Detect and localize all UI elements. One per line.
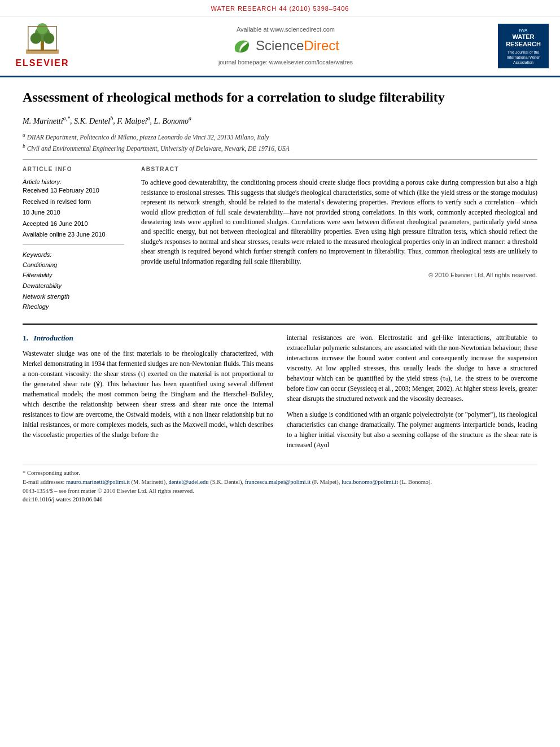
revised-date: 10 June 2010 — [23, 208, 124, 217]
author-dentel: S.K. Dentel — [74, 116, 110, 125]
abstract-section: ABSTRACT To achieve good dewaterability,… — [141, 165, 537, 312]
journal-header-bar: WATER RESEARCH 44 (2010) 5398–5406 — [0, 0, 560, 16]
keyword-conditioning: Conditioning — [23, 260, 124, 270]
doi-line: doi:10.1016/j.watres.2010.06.046 — [23, 495, 537, 504]
body-left-column: 1. Introduction Wastewater sludge was on… — [23, 333, 273, 456]
elsevier-tree-icon — [20, 22, 65, 56]
footnote-area: * Corresponding author. E-mail addresses… — [23, 465, 537, 504]
authors-line: M. Marinettia,*, S.K. Dentelb, F. Malpei… — [23, 115, 537, 126]
svg-point-4 — [43, 33, 54, 44]
introduction-heading: 1. Introduction — [23, 333, 273, 344]
body-columns: 1. Introduction Wastewater sludge was on… — [23, 333, 537, 456]
keyword-network-strength: Network strength — [23, 291, 124, 302]
article-title: Assessment of rheological methods for a … — [23, 89, 537, 106]
abstract-text: To achieve good dewaterability, the cond… — [141, 178, 537, 267]
article-info-column: ARTICLE INFO Article history: Received 1… — [23, 165, 124, 312]
accepted-date: Accepted 16 June 2010 — [23, 220, 124, 228]
keywords-label: Keywords: — [23, 251, 124, 259]
available-text: Available at www.sciencedirect.com — [79, 25, 492, 34]
sciencedirect-leaf-icon — [232, 38, 252, 54]
author-bonomo: L. Bonomo — [154, 116, 189, 125]
svg-point-5 — [37, 23, 47, 34]
corresponding-author-note: * Corresponding author. — [23, 469, 537, 478]
journal-citation: WATER RESEARCH 44 (2010) 5398–5406 — [211, 5, 349, 12]
intro-para-1: Wastewater sludge was one of the first m… — [23, 348, 273, 440]
article-info-abstract: ARTICLE INFO Article history: Received 1… — [23, 165, 537, 312]
keyword-dewaterability: Dewaterability — [23, 281, 124, 291]
email-malpei[interactable]: francesca.malpei@polimi.it — [245, 479, 310, 485]
iwa-label: IWA — [500, 27, 546, 33]
email-marinetti[interactable]: mauro.marinetti@polimi.it — [66, 479, 130, 485]
email-bonomo[interactable]: luca.bonomo@polimi.it — [342, 479, 398, 485]
sciencedirect-logo: ScienceDirect — [79, 36, 492, 55]
keywords-section: Keywords: Conditioning Filterability Dew… — [23, 251, 124, 312]
name3: (F. Malpei), — [312, 479, 340, 485]
divider-1 — [23, 159, 537, 160]
abstract-title: ABSTRACT — [141, 165, 537, 174]
issn-line: 0043-1354/$ – see front matter © 2010 El… — [23, 487, 537, 496]
affiliation-b: Civil and Environmental Engineering Depa… — [27, 145, 290, 152]
author-malpei: F. Malpei — [117, 116, 147, 125]
copyright-line: © 2010 Elsevier Ltd. All rights reserved… — [141, 271, 537, 280]
body-right-column: internal resistances are won. Electrosta… — [287, 333, 537, 456]
section-number: 1. — [23, 334, 28, 342]
journal-url: journal homepage: www.elsevier.com/locat… — [79, 58, 492, 67]
elsevier-logo: ELSEVIER — [11, 22, 73, 69]
received-date-1: Received 13 February 2010 — [23, 186, 124, 195]
affiliations: a DIIAR Department, Politecnico di Milan… — [23, 131, 537, 154]
name2: (S.K. Dentel), — [210, 479, 243, 485]
elsevier-brand-text: ELSEVIER — [15, 57, 69, 69]
name4: (L. Bonomo). — [400, 479, 432, 485]
main-content: Assessment of rheological methods for a … — [0, 77, 560, 516]
wr-subtitle: The Journal of the International Water A… — [500, 50, 546, 65]
email-addresses-line: E-mail addresses: mauro.marinetti@polimi… — [23, 478, 537, 487]
received-revised-label: Received in revised form — [23, 198, 124, 206]
keyword-filterability: Filterability — [23, 270, 124, 281]
intro-para-3: When a sludge is conditioned with an org… — [287, 409, 537, 450]
wr-title: WATERRESEARCH — [500, 33, 546, 48]
available-online-date: Available online 23 June 2010 — [23, 230, 124, 239]
article-info-title: ARTICLE INFO — [23, 165, 124, 173]
divider-keywords — [23, 244, 124, 245]
svg-point-3 — [30, 33, 41, 44]
corresponding-label: * Corresponding author. — [23, 470, 80, 476]
affiliation-a: DIIAR Department, Politecnico di Milano,… — [27, 134, 269, 141]
email-dentel[interactable]: dentel@udel.edu — [168, 479, 208, 485]
sciencedirect-text: ScienceDirect — [256, 36, 339, 55]
journal-masthead: ELSEVIER Available at www.sciencedirect.… — [0, 16, 560, 77]
section-title-introduction: Introduction — [34, 334, 74, 342]
keyword-rheology: Rheology — [23, 302, 124, 312]
name1: (M. Marinetti), — [132, 479, 167, 485]
intro-para-2: internal resistances are won. Electrosta… — [287, 333, 537, 404]
author-marinetti: M. Marinetti — [23, 116, 63, 125]
emails-label: E-mail addresses: — [23, 479, 64, 485]
water-research-badge: IWA WATERRESEARCH The Journal of the Int… — [498, 24, 549, 68]
sciencedirect-center: Available at www.sciencedirect.com Scien… — [79, 25, 492, 67]
history-label: Article history: — [23, 178, 124, 186]
body-section: 1. Introduction Wastewater sludge was on… — [23, 324, 537, 456]
